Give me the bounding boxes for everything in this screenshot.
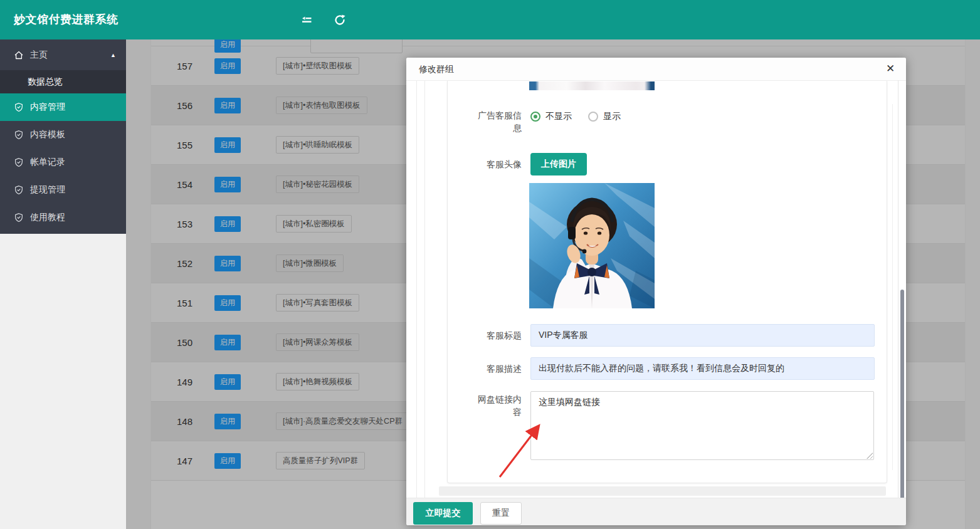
sidebar-item-home[interactable]: 主页 ▲ xyxy=(0,39,126,70)
sidebar-item-label: 主页 xyxy=(30,50,48,61)
sidebar-item-label: 数据总览 xyxy=(28,76,63,88)
sidebar-item-label: 内容模板 xyxy=(30,129,65,140)
shield-check-icon xyxy=(14,157,24,167)
sidebar-item-content-template[interactable]: 内容模板 xyxy=(0,121,126,149)
modal-title: 修改群组 xyxy=(419,58,454,80)
scrollbar-track-line xyxy=(898,80,898,498)
edit-group-form-panel: 广告客服信息 不显示 显示 客服头像 上传图片 xyxy=(447,81,887,483)
body-hairline xyxy=(416,81,417,498)
sidebar-item-withdraw-manage[interactable]: 提现管理 xyxy=(0,176,126,204)
app-header: 妙文馆付费进群系统 xyxy=(0,0,980,39)
radio-label-show[interactable]: 显示 xyxy=(603,111,621,122)
home-icon xyxy=(14,50,24,60)
service-title-input[interactable] xyxy=(530,324,875,347)
sidebar-item-label: 帐单记录 xyxy=(30,157,65,168)
service-desc-input[interactable] xyxy=(530,357,875,380)
radio-label-hide[interactable]: 不显示 xyxy=(545,111,572,122)
sidebar-item-label: 提现管理 xyxy=(30,184,65,196)
modal-footer: 立即提交 重置 xyxy=(406,498,906,525)
sidebar-empty-area xyxy=(0,234,126,529)
sidebar-item-data-overview[interactable]: 数据总览 xyxy=(0,70,126,93)
qr-image-partial xyxy=(529,81,655,90)
sidebar-item-content-manage[interactable]: 内容管理 xyxy=(0,93,126,121)
sidebar-item-tutorial[interactable]: 使用教程 xyxy=(0,204,126,231)
service-title-label: 客服标题 xyxy=(474,329,522,342)
radio-selected-icon[interactable] xyxy=(530,112,540,122)
body-hairline xyxy=(424,81,425,498)
scrolled-element-strip xyxy=(439,486,886,496)
shield-check-icon xyxy=(14,185,24,195)
modal-header: 修改群组 ✕ xyxy=(406,58,906,81)
app-title: 妙文馆付费进群系统 xyxy=(14,0,119,39)
refresh-icon[interactable] xyxy=(333,13,347,27)
netdisk-label: 网盘链接内容 xyxy=(474,393,522,418)
sidebar-nav: 主页 ▲ 数据总览 内容管理 内容模板 帐单记录 提现管理 使用教程 xyxy=(0,39,126,234)
shield-check-icon xyxy=(14,130,24,140)
collapse-menu-icon[interactable] xyxy=(300,13,313,27)
caret-up-icon[interactable]: ▲ xyxy=(110,52,116,58)
customer-service-photo xyxy=(529,183,655,308)
body-hairline-right xyxy=(892,104,893,470)
upload-image-button[interactable]: 上传图片 xyxy=(530,153,587,175)
submit-button[interactable]: 立即提交 xyxy=(413,502,473,525)
reset-button[interactable]: 重置 xyxy=(480,502,522,525)
sidebar-item-label: 内容管理 xyxy=(30,102,65,113)
scrollbar-thumb[interactable] xyxy=(900,290,904,525)
radio-unselected-icon[interactable] xyxy=(588,112,598,122)
avatar-label: 客服头像 xyxy=(474,158,522,170)
service-desc-label: 客服描述 xyxy=(474,362,522,375)
netdisk-textarea-wrap: 这里填网盘链接 xyxy=(530,391,874,460)
shield-check-icon xyxy=(14,102,24,112)
ad-service-radio-group: 不显示 显示 xyxy=(530,111,637,122)
netdisk-textarea[interactable]: 这里填网盘链接 xyxy=(530,391,874,460)
sidebar-item-label: 使用教程 xyxy=(30,212,65,223)
close-icon[interactable]: ✕ xyxy=(883,62,897,76)
modal-body: 广告客服信息 不显示 显示 客服头像 上传图片 xyxy=(406,81,906,498)
ad-service-label: 广告客服信息 xyxy=(474,109,522,134)
edit-group-modal: 修改群组 ✕ 广告客服信息 不显示 显示 客服头像 上传图片 xyxy=(406,58,906,525)
sidebar-item-bill-records[interactable]: 帐单记录 xyxy=(0,149,126,176)
shield-check-icon xyxy=(14,212,24,223)
